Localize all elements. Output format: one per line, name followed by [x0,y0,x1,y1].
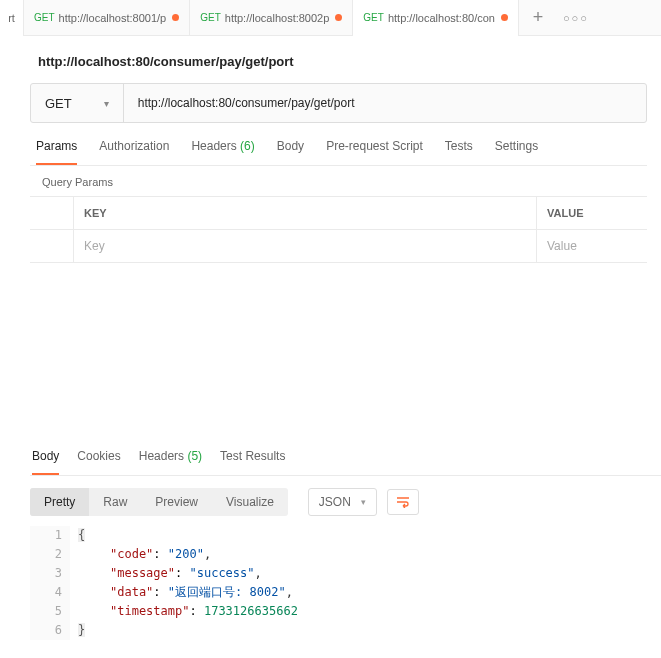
more-tabs-button[interactable]: ○○○ [557,0,595,36]
unsaved-dot-icon [501,14,508,21]
tab-params[interactable]: Params [36,139,77,165]
tab-tests[interactable]: Tests [445,139,473,165]
response-tab-cookies[interactable]: Cookies [77,449,120,475]
request-url-bar: GET ▾ [30,83,647,123]
tab-method: GET [34,12,55,23]
tab-prerequest[interactable]: Pre-request Script [326,139,423,165]
response-tab-headers[interactable]: Headers (5) [139,449,202,475]
tab-headers-label: Headers [191,139,236,153]
chevron-down-icon: ▾ [361,497,366,507]
new-tab-button[interactable]: + [519,0,557,36]
col-spacer [30,230,74,262]
format-dropdown[interactable]: JSON ▾ [308,488,377,516]
params-table-head: KEY VALUE [30,197,647,230]
request-tab-3[interactable]: GET http://localhost:80/con [353,0,519,36]
method-selector[interactable]: GET ▾ [31,84,124,122]
view-pretty[interactable]: Pretty [30,488,89,516]
headers-count: (6) [240,139,255,153]
col-spacer [30,197,74,229]
param-key-input[interactable] [84,239,526,253]
param-value-input[interactable] [547,239,637,253]
tab-headers[interactable]: Headers (6) [191,139,254,165]
unsaved-dot-icon [335,14,342,21]
request-tab-2[interactable]: GET http://localhost:8002p [190,0,353,36]
request-tab-1[interactable]: GET http://localhost:8001/p [24,0,190,36]
tab-authorization[interactable]: Authorization [99,139,169,165]
left-stub: rt [0,0,24,36]
wrap-lines-button[interactable] [387,489,419,515]
view-preview[interactable]: Preview [141,488,212,516]
view-raw[interactable]: Raw [89,488,141,516]
col-key-header: KEY [74,197,537,229]
tab-label: http://localhost:8001/p [59,12,167,24]
response-tabs: Body Cookies Headers (5) Test Results [30,449,661,476]
tab-label: http://localhost:8002p [225,12,330,24]
response-view-row: Pretty Raw Preview Visualize JSON ▾ [30,476,661,526]
view-mode-buttons: Pretty Raw Preview Visualize [30,488,288,516]
chevron-down-icon: ▾ [104,98,109,109]
request-sub-tabs: Params Authorization Headers (6) Body Pr… [30,123,647,166]
query-params-heading: Query Params [30,166,661,196]
response-headers-count: (5) [187,449,202,463]
response-headers-label: Headers [139,449,184,463]
response-tab-body[interactable]: Body [32,449,59,475]
tab-method: GET [363,12,384,23]
unsaved-dot-icon [172,14,179,21]
col-value-header: VALUE [537,197,647,229]
tab-label: http://localhost:80/con [388,12,495,24]
json-code[interactable]: { "code": "200", "message": "success", "… [70,526,298,640]
tab-body[interactable]: Body [277,139,304,165]
format-value: JSON [319,495,351,509]
params-table-row [30,230,647,263]
wrap-icon [396,496,410,508]
response-tab-test-results[interactable]: Test Results [220,449,285,475]
line-gutter: 123456 [30,526,70,640]
view-visualize[interactable]: Visualize [212,488,288,516]
tab-method: GET [200,12,221,23]
url-input[interactable] [124,84,646,122]
tabs-container: GET http://localhost:8001/p GET http://l… [24,0,519,36]
tab-settings[interactable]: Settings [495,139,538,165]
method-value: GET [45,96,72,111]
params-table: KEY VALUE [30,196,647,263]
request-title: http://localhost:80/consumer/pay/get/por… [30,36,661,83]
response-body: 123456 { "code": "200", "message": "succ… [30,526,661,658]
tab-bar: rt GET http://localhost:8001/p GET http:… [0,0,661,36]
